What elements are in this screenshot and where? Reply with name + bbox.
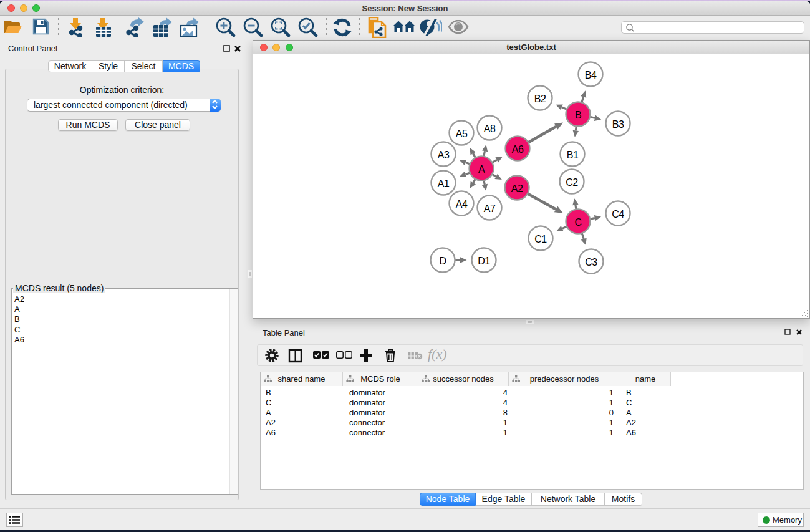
svg-text:B2: B2 bbox=[534, 94, 546, 104]
svg-text:C2: C2 bbox=[566, 177, 578, 188]
svg-text:B4: B4 bbox=[585, 70, 597, 80]
svg-text:B: B bbox=[575, 110, 581, 120]
svg-text:A4: A4 bbox=[456, 199, 468, 210]
svg-text:C: C bbox=[574, 217, 581, 228]
svg-text:D: D bbox=[439, 256, 446, 266]
svg-text:C4: C4 bbox=[612, 209, 624, 220]
svg-text:B3: B3 bbox=[612, 119, 624, 130]
svg-text:C1: C1 bbox=[534, 234, 547, 244]
svg-text:C3: C3 bbox=[585, 257, 597, 268]
svg-text:A6: A6 bbox=[512, 144, 524, 155]
svg-text:D1: D1 bbox=[478, 256, 490, 266]
svg-text:A7: A7 bbox=[484, 203, 496, 214]
svg-text:A3: A3 bbox=[438, 150, 450, 160]
svg-text:A8: A8 bbox=[484, 123, 496, 134]
svg-text:B1: B1 bbox=[567, 150, 579, 160]
svg-text:A: A bbox=[478, 164, 485, 175]
svg-text:A2: A2 bbox=[511, 183, 523, 194]
svg-text:A5: A5 bbox=[456, 128, 468, 139]
svg-text:A1: A1 bbox=[438, 178, 450, 189]
